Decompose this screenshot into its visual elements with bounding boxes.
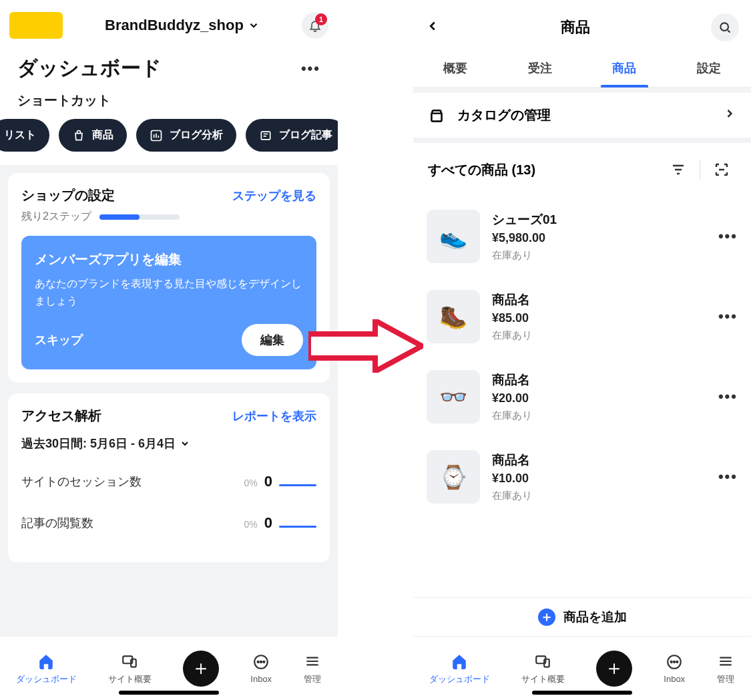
stat-label: 記事の閲覧数 — [21, 515, 93, 531]
home-icon — [450, 652, 469, 671]
date-range-selector[interactable]: 過去30日間: 5月6日 - 6月4日 — [21, 435, 316, 452]
all-products-text: すべての商品 — [428, 162, 508, 177]
fab-add[interactable]: ＋ — [183, 651, 219, 687]
devices-icon — [120, 652, 139, 671]
top-bar: BrandBuddyz_shop 1 — [0, 0, 338, 45]
nav-label: サイト概要 — [521, 673, 565, 685]
menu-icon — [303, 652, 322, 671]
nav-overview[interactable]: サイト概要 — [108, 652, 152, 685]
nav-label: 管理 — [717, 673, 734, 685]
shortcut-label: リスト — [4, 128, 36, 142]
nav-inbox[interactable]: Inbox — [250, 653, 272, 684]
stat-pct: 0% — [244, 478, 258, 488]
chat-icon — [665, 653, 684, 671]
nav-dashboard[interactable]: ダッシュボード — [16, 652, 77, 685]
chart-icon — [150, 129, 163, 142]
nav-dashboard[interactable]: ダッシュボード — [429, 652, 490, 685]
progress-bar — [99, 214, 180, 220]
shortcut-chips: リスト 商品 ブログ分析 ブログ記事 — [0, 119, 338, 165]
add-product-label: 商品を追加 — [563, 608, 627, 626]
shortcut-label: ブログ分析 — [170, 128, 223, 142]
shortcut-list[interactable]: リスト — [0, 119, 49, 152]
product-price: ¥85.00 — [492, 311, 706, 325]
promo-skip-button[interactable]: スキップ — [35, 332, 83, 348]
top-bar: 商品 — [413, 0, 751, 51]
product-more[interactable]: ••• — [718, 468, 738, 486]
shortcut-blog-posts[interactable]: ブログ記事 — [246, 119, 338, 152]
product-more[interactable]: ••• — [718, 388, 738, 405]
tab-products[interactable]: 商品 — [582, 51, 667, 87]
product-price: ¥20.00 — [492, 391, 706, 405]
product-row[interactable]: 🥾 商品名 ¥85.00 在庫あり ••• — [427, 277, 738, 357]
fab-add[interactable]: ＋ — [596, 651, 632, 687]
divider — [700, 160, 700, 179]
back-button[interactable] — [425, 17, 440, 38]
stat-pct: 0% — [244, 519, 258, 530]
search-button[interactable] — [711, 13, 739, 41]
svg-point-13 — [674, 661, 675, 663]
view-report-link[interactable]: レポートを表示 — [232, 408, 316, 424]
setup-card-title: ショップの設定 — [21, 186, 115, 204]
nav-label: Inbox — [664, 674, 685, 684]
shop-selector[interactable]: BrandBuddyz_shop — [72, 17, 292, 34]
tab-overview[interactable]: 概要 — [413, 51, 498, 87]
product-name: 商品名 — [492, 452, 706, 469]
product-more[interactable]: ••• — [718, 228, 738, 245]
home-icon — [37, 652, 55, 671]
nav-label: サイト概要 — [108, 673, 152, 685]
product-stock: 在庫あり — [492, 249, 706, 262]
nav-label: ダッシュボード — [429, 673, 490, 685]
setup-card: ショップの設定 ステップを見る 残り2ステップ メンバーズアプリを編集 あなたの… — [8, 173, 330, 383]
product-more[interactable]: ••• — [718, 308, 738, 325]
promo-title: メンバーズアプリを編集 — [35, 250, 303, 269]
product-row[interactable]: 👟 シューズ01 ¥5,980.00 在庫あり ••• — [427, 196, 738, 277]
tab-settings[interactable]: 設定 — [667, 51, 752, 87]
product-list-header: すべての商品 (13) — [413, 143, 751, 191]
stat-pageviews[interactable]: 記事の閲覧数 0% 0 — [21, 508, 316, 549]
catalog-management[interactable]: カタログの管理 — [413, 88, 751, 143]
product-row[interactable]: ⌚ 商品名 ¥10.00 在庫あり ••• — [427, 437, 738, 517]
nav-manage[interactable]: 管理 — [303, 652, 322, 685]
search-icon — [718, 21, 732, 34]
product-thumbnail: 🥾 — [427, 290, 480, 343]
phone-screen-products: 商品 概要 受注 商品 設定 カタログの管理 すべての商品 (13) — [413, 0, 751, 700]
view-steps-link[interactable]: ステップを見る — [232, 188, 316, 204]
product-name: 商品名 — [492, 291, 706, 309]
analytics-title: アクセス解析 — [21, 407, 101, 425]
nav-manage[interactable]: 管理 — [716, 652, 735, 685]
nav-label: ダッシュボード — [16, 673, 77, 685]
nav-label: Inbox — [250, 674, 272, 684]
home-indicator — [532, 691, 632, 695]
product-list: 👟 シューズ01 ¥5,980.00 在庫あり ••• 🥾 商品名 ¥85.00… — [413, 191, 751, 517]
scan-button[interactable] — [707, 155, 736, 184]
plus-icon: ＋ — [538, 608, 555, 626]
svg-point-12 — [671, 661, 672, 663]
product-name: 商品名 — [492, 371, 706, 389]
shortcut-blog-analytics[interactable]: ブログ分析 — [136, 119, 236, 152]
more-menu[interactable]: ••• — [301, 60, 320, 77]
phone-screen-dashboard: BrandBuddyz_shop 1 ダッシュボード ••• ショートカット リ… — [0, 0, 338, 700]
post-icon — [259, 129, 272, 142]
add-product-button[interactable]: ＋ 商品を追加 — [413, 597, 751, 636]
notification-badge: 1 — [315, 13, 327, 25]
product-row[interactable]: 👓 商品名 ¥20.00 在庫あり ••• — [427, 357, 738, 437]
promo-edit-button[interactable]: 編集 — [242, 324, 303, 356]
steps-remaining: 残り2ステップ — [21, 210, 91, 224]
shortcut-products[interactable]: 商品 — [59, 119, 127, 152]
stat-underline — [279, 526, 316, 528]
product-price: ¥5,980.00 — [492, 231, 706, 245]
shortcut-label: 商品 — [92, 128, 113, 142]
stat-sessions[interactable]: サイトのセッション数 0% 0 — [21, 466, 316, 508]
nav-inbox[interactable]: Inbox — [664, 653, 685, 684]
catalog-icon — [428, 107, 445, 124]
transition-arrow-icon — [308, 319, 423, 373]
notifications-button[interactable]: 1 — [302, 12, 328, 39]
plus-icon: ＋ — [604, 655, 624, 682]
tab-orders[interactable]: 受注 — [498, 51, 583, 87]
shortcut-label: ブログ記事 — [279, 128, 332, 142]
chevron-right-icon — [723, 107, 736, 124]
nav-overview[interactable]: サイト概要 — [521, 652, 565, 685]
home-indicator — [119, 691, 219, 695]
filter-button[interactable] — [664, 155, 693, 184]
menu-icon — [716, 652, 735, 671]
